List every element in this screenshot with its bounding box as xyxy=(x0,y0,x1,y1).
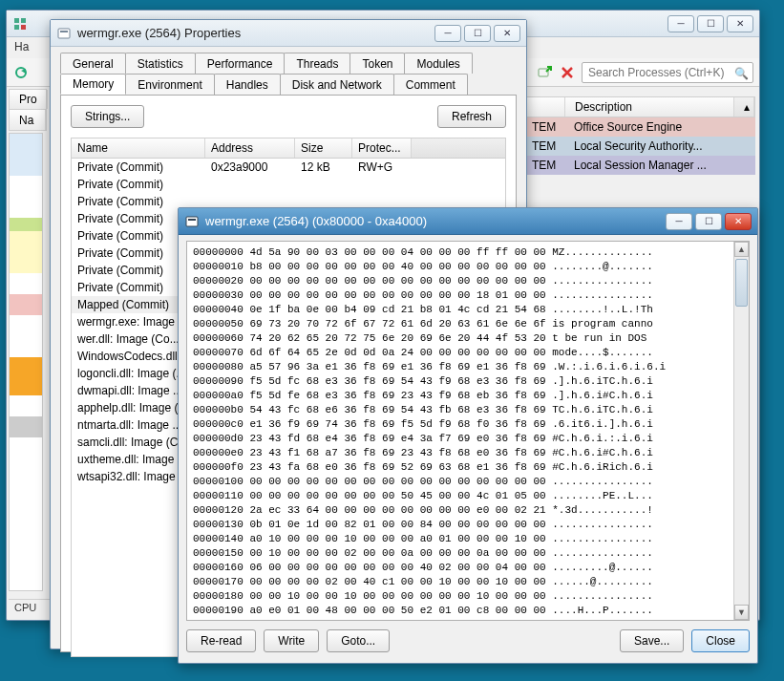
maximize-button[interactable]: ☐ xyxy=(695,213,722,230)
row-desc: Office Source Engine xyxy=(574,120,682,134)
app-icon xyxy=(12,16,28,32)
delete-icon[interactable] xyxy=(559,64,576,81)
svg-rect-7 xyxy=(58,29,70,38)
minimize-button[interactable]: ─ xyxy=(666,213,692,230)
svg-rect-2 xyxy=(14,25,19,30)
col-name[interactable]: Name xyxy=(72,138,205,158)
add-icon[interactable] xyxy=(536,64,553,81)
prop-tabs: GeneralStatisticsPerformanceThreadsToken… xyxy=(51,47,526,95)
col-protection[interactable]: Protec... xyxy=(352,138,412,158)
col-name[interactable]: Na xyxy=(10,110,46,130)
scroll-up-icon[interactable]: ▴ xyxy=(734,97,754,117)
hex-titlebar[interactable]: wermgr.exe (2564) (0x80000 - 0xa4000) ─ … xyxy=(179,208,757,235)
minimize-button[interactable]: ─ xyxy=(667,15,694,32)
scroll-up-icon[interactable]: ▲ xyxy=(734,242,749,257)
process-icon xyxy=(184,214,200,229)
svg-rect-1 xyxy=(21,18,26,23)
tab-modules[interactable]: Modules xyxy=(404,53,472,74)
cell-name: Private (Commit) xyxy=(72,195,205,208)
strings-button[interactable]: Strings... xyxy=(71,105,144,128)
refresh-button[interactable]: Refresh xyxy=(437,105,506,128)
col-size[interactable]: Size xyxy=(295,138,352,158)
cell-address: 0x23a9000 xyxy=(205,160,295,174)
cell-protection: RW+G xyxy=(352,160,412,174)
svg-rect-8 xyxy=(60,31,68,32)
hex-dump-area[interactable]: 00000000 4d 5a 90 00 03 00 00 00 04 00 0… xyxy=(186,241,750,621)
svg-rect-10 xyxy=(188,219,196,221)
process-row[interactable]: TEMOffice Source Engine xyxy=(522,117,755,137)
col-address[interactable]: Address xyxy=(205,138,295,158)
goto-button[interactable]: Goto... xyxy=(327,629,390,652)
close-button[interactable]: ✕ xyxy=(494,25,520,42)
tab-comment[interactable]: Comment xyxy=(393,74,468,95)
scroll-down-icon[interactable]: ▼ xyxy=(734,605,749,620)
close-button[interactable]: ✕ xyxy=(725,213,752,230)
process-row[interactable]: TEMLocal Security Authority... xyxy=(522,137,755,156)
maximize-button[interactable]: ☐ xyxy=(697,15,724,32)
minimize-button[interactable]: ─ xyxy=(434,25,461,42)
tab-environment[interactable]: Environment xyxy=(125,74,214,95)
memory-list-header[interactable]: Name Address Size Protec... xyxy=(71,138,506,159)
process-list-rows[interactable]: TEMOffice Source EngineTEMLocal Security… xyxy=(522,117,755,175)
row-desc: Local Session Manager ... xyxy=(574,159,707,172)
close-dialog-button[interactable]: Close xyxy=(691,629,750,652)
prop-title-text: wermgr.exe (2564) Properties xyxy=(77,26,434,40)
maximize-button[interactable]: ☐ xyxy=(464,25,491,42)
tab-memory[interactable]: Memory xyxy=(60,74,126,95)
process-tree-strip xyxy=(9,133,43,591)
row-user: TEM xyxy=(532,159,574,172)
hex-title-text: wermgr.exe (2564) (0x80000 - 0xa4000) xyxy=(205,214,666,228)
write-button[interactable]: Write xyxy=(264,629,319,652)
process-icon xyxy=(56,26,72,41)
reread-button[interactable]: Re-read xyxy=(186,629,256,652)
svg-rect-9 xyxy=(186,217,198,226)
status-cpu: CPU xyxy=(14,602,36,613)
menu-hacker[interactable]: Ha xyxy=(14,40,29,53)
scroll-placeholder xyxy=(412,138,505,158)
search-icon[interactable]: 🔍 xyxy=(734,67,749,80)
row-user: TEM xyxy=(532,120,574,134)
cell-name: Private (Commit) xyxy=(72,160,205,174)
cell-size: 12 kB xyxy=(295,160,352,174)
col-description[interactable]: Description xyxy=(565,97,734,117)
row-user: TEM xyxy=(532,139,574,153)
hex-viewer-window: wermgr.exe (2564) (0x80000 - 0xa4000) ─ … xyxy=(178,207,758,664)
memory-row[interactable]: Private (Commit)0x23a900012 kBRW+G xyxy=(72,159,505,176)
hex-button-bar: Re-read Write Goto... Save... Close xyxy=(186,627,750,655)
tab-general[interactable]: General xyxy=(60,53,126,74)
prop-titlebar[interactable]: wermgr.exe (2564) Properties ─ ☐ ✕ xyxy=(51,20,526,47)
tab-disk-and-network[interactable]: Disk and Network xyxy=(280,74,394,95)
cell-name: Private (Commit) xyxy=(72,178,205,191)
svg-rect-3 xyxy=(21,25,26,30)
bg-right-column: Description ▴ TEMOffice Source EngineTEM… xyxy=(522,96,755,175)
col-processes[interactable]: Pro xyxy=(10,90,48,109)
tab-performance[interactable]: Performance xyxy=(195,53,286,74)
process-row[interactable]: TEMLocal Session Manager ... xyxy=(522,156,755,175)
tab-threads[interactable]: Threads xyxy=(284,53,350,74)
close-button[interactable]: ✕ xyxy=(727,15,753,32)
refresh-icon[interactable] xyxy=(12,64,30,81)
tab-statistics[interactable]: Statistics xyxy=(125,53,196,74)
search-input[interactable] xyxy=(582,62,753,83)
scroll-thumb[interactable] xyxy=(735,259,748,307)
vertical-scrollbar[interactable]: ▲ ▼ xyxy=(733,242,749,620)
save-button[interactable]: Save... xyxy=(620,629,684,652)
svg-rect-0 xyxy=(14,18,19,23)
tab-token[interactable]: Token xyxy=(350,53,405,74)
tab-handles[interactable]: Handles xyxy=(214,74,281,95)
memory-row[interactable]: Private (Commit) xyxy=(72,176,505,193)
row-desc: Local Security Authority... xyxy=(574,139,703,153)
